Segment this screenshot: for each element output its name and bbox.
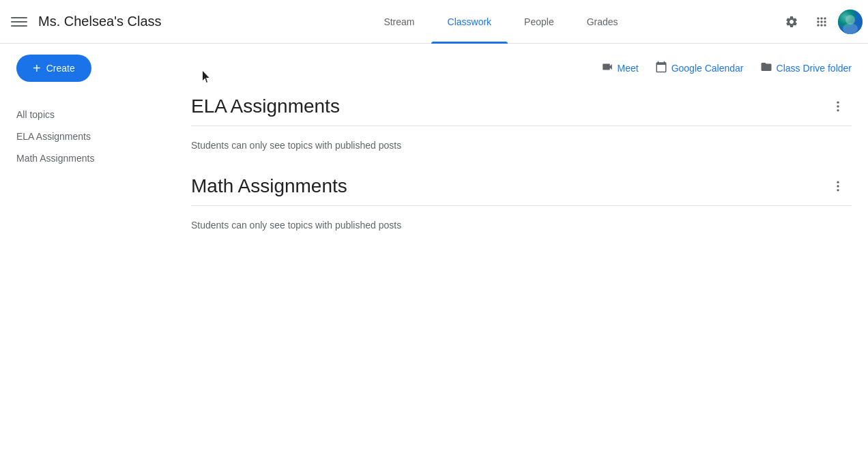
svg-rect-2 (11, 25, 27, 27)
header-nav: Stream Classwork People Grades (224, 0, 778, 44)
ela-topic-header: ELA Assignments (191, 93, 852, 126)
sidebar-item-math-assignments[interactable]: Math Assignments (0, 147, 164, 169)
ela-topic-menu-button[interactable] (824, 93, 852, 120)
math-topic-header: Math Assignments (191, 173, 852, 206)
svg-point-8 (837, 105, 839, 107)
main-content: ELA Assignments Students can only see to… (175, 93, 868, 457)
meet-link[interactable]: Meet (601, 61, 639, 76)
svg-rect-1 (11, 21, 27, 23)
video-icon (601, 61, 613, 76)
avatar[interactable] (838, 10, 863, 34)
google-calendar-link[interactable]: Google Calendar (655, 61, 744, 76)
nav-people[interactable]: People (508, 0, 570, 44)
svg-point-11 (837, 185, 839, 187)
class-drive-folder-label: Class Drive folder (777, 63, 852, 74)
math-topic-menu-button[interactable] (824, 173, 852, 200)
layout: All topics ELA Assignments Math Assignme… (0, 93, 868, 457)
create-plus-icon: + (33, 61, 41, 75)
ela-topic-empty-message: Students can only see topics with publis… (191, 137, 852, 151)
nav-classwork[interactable]: Classwork (431, 0, 508, 44)
svg-point-7 (837, 102, 839, 104)
sub-toolbar: + Create Meet Google Calendar (0, 44, 868, 93)
header-right (778, 8, 863, 35)
google-calendar-label: Google Calendar (671, 63, 744, 74)
class-title: Ms. Chelsea's Class (38, 14, 162, 29)
calendar-icon (655, 61, 667, 76)
menu-icon[interactable] (5, 8, 33, 35)
math-topic-title: Math Assignments (191, 175, 347, 197)
meet-label: Meet (618, 63, 639, 74)
sidebar-item-all-topics[interactable]: All topics (0, 104, 164, 126)
svg-point-10 (837, 181, 839, 183)
svg-point-6 (843, 23, 858, 34)
ela-topic-section: ELA Assignments Students can only see to… (191, 93, 852, 151)
svg-point-12 (837, 189, 839, 191)
settings-button[interactable] (778, 8, 805, 35)
math-topic-section: Math Assignments Students can only see t… (191, 173, 852, 231)
svg-point-5 (845, 15, 855, 25)
sidebar: All topics ELA Assignments Math Assignme… (0, 93, 175, 457)
class-drive-folder-link[interactable]: Class Drive folder (760, 61, 852, 76)
toolbar-links: Meet Google Calendar Class Drive folder (601, 61, 852, 76)
apps-button[interactable] (808, 8, 835, 35)
nav-grades[interactable]: Grades (570, 0, 635, 44)
create-button[interactable]: + Create (16, 55, 91, 82)
header-left: Ms. Chelsea's Class (5, 8, 224, 35)
ela-topic-title: ELA Assignments (191, 95, 340, 117)
sidebar-item-ela-assignments[interactable]: ELA Assignments (0, 126, 164, 147)
folder-icon (760, 61, 772, 76)
math-topic-empty-message: Students can only see topics with publis… (191, 217, 852, 231)
nav-stream[interactable]: Stream (367, 0, 431, 44)
svg-rect-0 (11, 17, 27, 18)
create-label: Create (46, 63, 75, 74)
header: Ms. Chelsea's Class Stream Classwork Peo… (0, 0, 868, 44)
svg-point-9 (837, 109, 839, 111)
